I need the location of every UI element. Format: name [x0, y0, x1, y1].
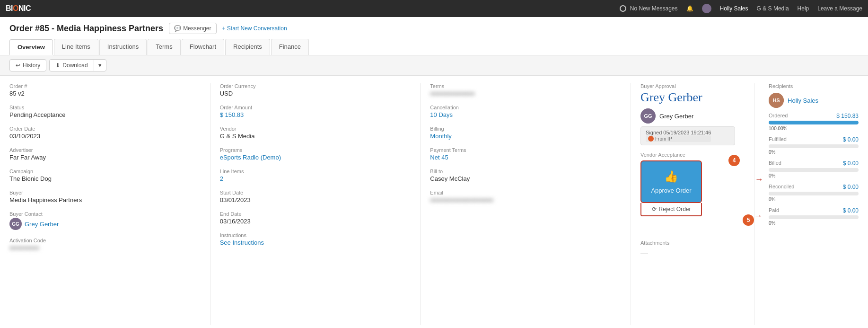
terms-col: Terms ■■■■■■■■■■■■ Cancellation 10 Days …: [430, 83, 621, 325]
field-order-date: Order Date 03/10/2023: [9, 126, 186, 140]
progress-billed: Billed $ 0.00 0%: [769, 160, 859, 179]
see-instructions-value[interactable]: See Instructions: [220, 239, 397, 246]
thumbs-up-icon: 👍: [664, 170, 678, 183]
tab-bar: Overview Line Items Instructions Terms F…: [9, 39, 859, 55]
message-icon: [620, 5, 626, 12]
start-conversation-button[interactable]: + Start New Conversation: [222, 25, 287, 32]
reject-order-button[interactable]: ⟳ Reject Order: [640, 203, 702, 216]
divider-2: [420, 83, 421, 325]
field-payment-terms: Payment Terms Net 45: [430, 147, 607, 161]
bill-to-value: Casey McClay: [430, 175, 607, 182]
messenger-button[interactable]: 💬 Messenger: [169, 23, 216, 34]
annotation-badge-5: 5: [743, 214, 754, 226]
vendor-acceptance-label: Vendor Acceptance: [640, 152, 735, 158]
top-nav: BIONIC No New Messages 🔔 Holly Sales G &…: [0, 0, 868, 17]
order-details-col: Order Currency USD Order Amount $ 150.83…: [220, 83, 411, 325]
terms-value: ■■■■■■■■■■■■: [430, 90, 607, 97]
tab-line-items[interactable]: Line Items: [54, 39, 98, 55]
tab-instructions[interactable]: Instructions: [99, 39, 147, 55]
start-date-value: 03/01/2023: [220, 196, 397, 204]
cancellation-value[interactable]: 10 Days: [430, 111, 607, 118]
divider-1: [210, 83, 210, 325]
field-currency: Order Currency USD: [220, 83, 397, 97]
field-line-items: Line Items 2: [220, 168, 397, 182]
notification-icon[interactable]: 🔔: [686, 5, 693, 12]
download-group: ⬇ Download ▼: [49, 59, 106, 71]
approve-reject-group: 👍 Approve Order ⟳ Reject Order: [640, 160, 702, 216]
order-info-col: Order # 85 v2 Status Pending Acceptance …: [9, 83, 201, 325]
field-start-date: Start Date 03/01/2023: [220, 190, 397, 204]
field-vendor: Vendor G & S Media: [220, 126, 397, 140]
email-value: ■■■■■■■■■■■■■■■■■: [430, 196, 607, 204]
divider-4: [754, 83, 754, 325]
recipients-label: Recipients: [769, 83, 859, 89]
field-end-date: End Date 03/16/2023: [220, 211, 397, 225]
history-button[interactable]: ↩ History: [9, 59, 46, 71]
ip-icon: [648, 136, 654, 142]
payment-terms-value[interactable]: Net 45: [430, 154, 607, 161]
ordered-fill: [769, 121, 859, 124]
field-cancellation: Cancellation 10 Days: [430, 105, 607, 118]
field-buyer: Buyer Media Happiness Partners: [9, 190, 186, 204]
no-messages: No New Messages: [620, 5, 677, 12]
vendor-value: G & S Media: [220, 133, 397, 140]
tab-overview[interactable]: Overview: [9, 39, 53, 55]
recipient-row: HS Holly Sales: [769, 93, 859, 108]
brand-logo: BIONIC: [6, 4, 31, 13]
leave-message-link[interactable]: Leave a Message: [817, 5, 862, 12]
signed-text: Signed 05/19/2023 19:21:46: [646, 130, 711, 135]
download-icon: ⬇: [55, 62, 60, 69]
billed-track: [769, 168, 859, 172]
field-order-number: Order # 85 v2: [9, 83, 186, 97]
page-title: Order #85 - Media Happiness Partners: [9, 24, 163, 34]
approve-order-button[interactable]: 👍 Approve Order: [640, 160, 702, 203]
download-caret-button[interactable]: ▼: [94, 59, 106, 71]
order-amount-value: $ 150.83: [220, 111, 397, 118]
annotation-badge-4: 4: [728, 155, 740, 166]
tab-terms[interactable]: Terms: [148, 39, 180, 55]
user-avatar-small: [702, 4, 711, 13]
tab-recipients[interactable]: Recipients: [225, 39, 270, 55]
ordered-track: [769, 121, 859, 124]
field-email: Email ■■■■■■■■■■■■■■■■■: [430, 190, 607, 204]
recipients-col: Recipients HS Holly Sales Ordered $ 150.…: [764, 83, 859, 325]
advertiser-value: Far Far Away: [9, 154, 186, 161]
download-button[interactable]: ⬇ Download: [49, 59, 94, 71]
tab-finance[interactable]: Finance: [271, 39, 309, 55]
divider-3: [631, 83, 631, 325]
messenger-icon: 💬: [174, 25, 181, 32]
page-header: Order #85 - Media Happiness Partners 💬 M…: [0, 17, 868, 55]
field-instructions: Instructions See Instructions: [220, 232, 397, 246]
progress-paid: Paid $ 0.00 0%: [769, 207, 859, 226]
approval-person-name: Grey Gerber: [659, 113, 693, 120]
user-name[interactable]: Holly Sales: [720, 5, 748, 12]
arrow-to-approve: ←: [755, 175, 763, 185]
nav-right: No New Messages 🔔 Holly Sales G & S Medi…: [620, 4, 862, 13]
main-content: Order # 85 v2 Status Pending Acceptance …: [0, 76, 868, 328]
billing-value[interactable]: Monthly: [430, 133, 607, 140]
order-number-value: 85 v2: [9, 90, 186, 97]
field-activation-code: Activation Code ■■■■■■■■: [9, 238, 186, 251]
approval-avatar: GG: [640, 108, 656, 124]
buyer-value: Media Happiness Partners: [9, 196, 186, 204]
field-billing: Billing Monthly: [430, 126, 607, 140]
field-campaign: Campaign The Bionic Dog: [9, 168, 186, 182]
field-programs: Programs eSports Radio (Demo): [220, 147, 397, 161]
approval-col: Buyer Approval Grey Gerber GG Grey Gerbe…: [640, 83, 745, 325]
buyer-approval-label: Buyer Approval: [640, 83, 735, 89]
recipient-name[interactable]: Holly Sales: [788, 97, 818, 104]
line-items-value[interactable]: 2: [220, 175, 397, 182]
paid-track: [769, 215, 859, 219]
buyer-contact-avatar: GG: [9, 218, 22, 230]
field-bill-to: Bill to Casey McClay: [430, 168, 607, 182]
help-link[interactable]: Help: [798, 5, 809, 12]
programs-value[interactable]: eSports Radio (Demo): [220, 154, 397, 161]
buyer-contact-value[interactable]: Grey Gerber: [25, 221, 59, 228]
field-buyer-contact: Buyer Contact GG Grey Gerber: [9, 211, 186, 230]
approval-person-row: GG Grey Gerber: [640, 108, 735, 124]
status-value: Pending Acceptance: [9, 111, 186, 118]
fulfilled-track: [769, 144, 859, 148]
tab-flowchart[interactable]: Flowchart: [182, 39, 224, 55]
progress-section: Ordered $ 150.83 100.00% Fulfilled $ 0.0…: [769, 113, 859, 226]
brand: BIONIC: [6, 4, 31, 13]
